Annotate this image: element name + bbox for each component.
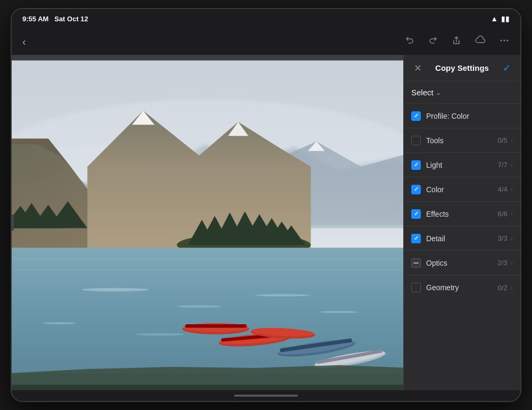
status-time: 9:55 AM Sat Oct 12: [22, 15, 88, 23]
check-mark: ✓: [414, 235, 419, 242]
select-row[interactable]: Select ⌄: [404, 81, 520, 104]
time-display: 9:55 AM: [22, 15, 48, 23]
app-area: ‹: [12, 28, 520, 390]
settings-list: ✓Profile: ColorTools0/5›✓Light7/7›✓Color…: [404, 104, 520, 390]
status-icons: ▲ ▮▮: [491, 14, 510, 23]
checkbox-1[interactable]: [411, 136, 421, 145]
svg-point-34: [177, 305, 221, 307]
item-label-1: Tools: [426, 136, 498, 145]
item-count-7: 0/2: [498, 284, 508, 292]
svg-rect-55: [12, 55, 403, 61]
svg-point-1: [504, 39, 505, 41]
battery-icon: ▮▮: [501, 14, 510, 23]
settings-item-profile--color[interactable]: ✓Profile: Color: [404, 104, 520, 128]
checkbox-3[interactable]: ✓: [411, 185, 421, 194]
item-chevron-icon-4: ›: [511, 210, 513, 218]
item-label-0: Profile: Color: [426, 112, 510, 120]
undo-button[interactable]: [402, 33, 417, 51]
toolbar: ‹: [12, 28, 520, 55]
share-button[interactable]: [449, 33, 464, 51]
checkbox-7[interactable]: [411, 283, 421, 292]
settings-item-light[interactable]: ✓Light7/7›: [404, 153, 520, 177]
svg-point-38: [135, 333, 186, 335]
back-button[interactable]: ‹: [20, 34, 28, 50]
left-edge-indicator: [12, 215, 14, 231]
select-label: Select: [411, 88, 434, 97]
svg-point-2: [507, 39, 509, 41]
settings-item-color[interactable]: ✓Color4/4›: [404, 177, 520, 202]
settings-item-detail[interactable]: ✓Detail3/3›: [404, 226, 520, 251]
close-button[interactable]: ✕: [411, 62, 424, 74]
item-label-7: Geometry: [426, 283, 498, 292]
photo-scene: [12, 55, 403, 390]
item-label-5: Detail: [426, 234, 498, 243]
item-label-2: Light: [426, 161, 498, 169]
svg-point-36: [43, 322, 76, 324]
svg-rect-41: [185, 324, 247, 327]
item-count-3: 4/4: [498, 185, 508, 193]
svg-point-37: [319, 311, 359, 313]
photo-area: [12, 55, 403, 390]
item-count-4: 6/6: [498, 210, 508, 218]
checkbox-6[interactable]: [411, 258, 421, 268]
settings-panel: ✕ Copy Settings ✓ Select ⌄ ✓Profile: Col…: [403, 55, 520, 390]
checkbox-4[interactable]: ✓: [411, 209, 421, 219]
check-mark: ✓: [414, 161, 419, 168]
cloud-button[interactable]: [472, 33, 488, 51]
settings-item-effects[interactable]: ✓Effects6/6›: [404, 202, 520, 226]
checkbox-5[interactable]: ✓: [411, 234, 421, 243]
item-count-6: 2/3: [498, 259, 508, 267]
toolbar-right: [402, 33, 512, 51]
wifi-icon: ▲: [491, 14, 498, 23]
check-mark: ✓: [414, 112, 419, 119]
settings-item-optics[interactable]: Optics2/3›: [404, 251, 520, 275]
more-button[interactable]: [497, 33, 512, 51]
item-chevron-icon-3: ›: [511, 185, 513, 193]
check-mark: ✓: [414, 210, 419, 217]
confirm-button[interactable]: ✓: [500, 62, 513, 74]
item-label-3: Color: [426, 185, 498, 194]
checkbox-2[interactable]: ✓: [411, 160, 421, 170]
item-count-5: 3/3: [498, 234, 508, 242]
svg-rect-56: [12, 385, 403, 391]
settings-item-geometry[interactable]: Geometry0/2›: [404, 275, 520, 300]
home-bar: [234, 395, 298, 397]
partial-bar: [413, 263, 419, 264]
item-chevron-icon-6: ›: [511, 259, 513, 267]
panel-header: ✕ Copy Settings ✓: [404, 55, 520, 81]
ipad-frame: 9:55 AM Sat Oct 12 ▲ ▮▮ ‹: [11, 8, 521, 402]
content-area: ✕ Copy Settings ✓ Select ⌄ ✓Profile: Col…: [12, 55, 520, 390]
home-indicator: [12, 390, 520, 401]
svg-point-35: [255, 294, 311, 296]
item-chevron-icon-5: ›: [511, 234, 513, 242]
item-label-4: Effects: [426, 210, 498, 218]
checkbox-0[interactable]: ✓: [411, 111, 421, 121]
svg-point-33: [82, 288, 149, 291]
check-mark: ✓: [414, 186, 419, 193]
settings-item-tools[interactable]: Tools0/5›: [404, 128, 520, 153]
svg-point-0: [501, 39, 502, 41]
item-chevron-icon-1: ›: [511, 136, 513, 144]
item-chevron-icon-7: ›: [511, 284, 513, 292]
item-chevron-icon-2: ›: [511, 161, 513, 169]
item-count-1: 0/5: [498, 136, 508, 144]
select-chevron-icon: ⌄: [436, 89, 441, 96]
redo-button[interactable]: [426, 33, 440, 51]
item-label-6: Optics: [426, 259, 498, 267]
date-display: Sat Oct 12: [54, 15, 88, 23]
status-bar: 9:55 AM Sat Oct 12 ▲ ▮▮: [12, 9, 520, 28]
item-count-2: 7/7: [498, 161, 508, 169]
panel-title: Copy Settings: [424, 63, 500, 72]
toolbar-left: ‹: [20, 34, 28, 50]
